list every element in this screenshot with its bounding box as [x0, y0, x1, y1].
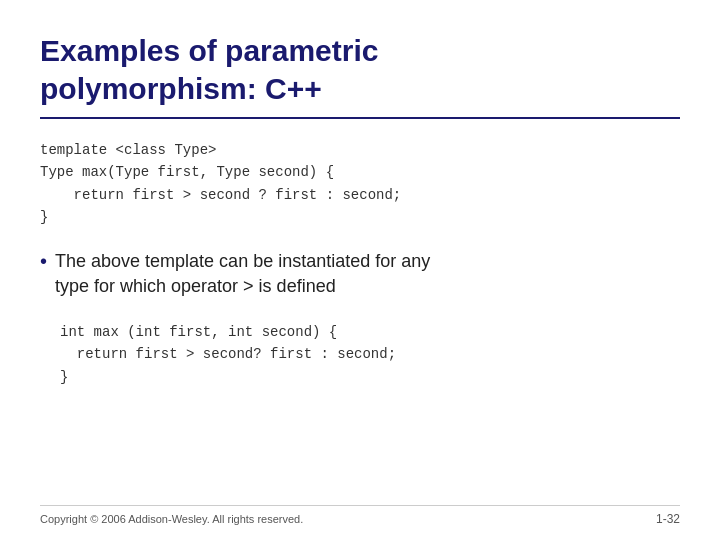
slide-title: Examples of parametric polymorphism: C++	[40, 32, 680, 107]
code-block-1: template <class Type> Type max(Type firs…	[40, 139, 680, 229]
footer-page-number: 1-32	[656, 512, 680, 526]
title-line2: polymorphism: C++	[40, 72, 322, 105]
code-line-4: }	[40, 206, 680, 228]
code-block-2: int max (int first, int second) { return…	[60, 321, 680, 388]
code2-line-1: int max (int first, int second) {	[60, 321, 680, 343]
title-line1: Examples of parametric	[40, 34, 378, 67]
bullet-text: The above template can be instantiated f…	[55, 249, 430, 299]
code-line-1: template <class Type>	[40, 139, 680, 161]
code-line-2: Type max(Type first, Type second) {	[40, 161, 680, 183]
slide-content: template <class Type> Type max(Type firs…	[40, 139, 680, 520]
bullet-line2: type for which operator > is defined	[55, 276, 336, 296]
bullet-icon: •	[40, 250, 47, 273]
code2-line-2: return first > second? first : second;	[60, 343, 680, 365]
bullet-point: • The above template can be instantiated…	[40, 249, 680, 299]
code2-line-3: }	[60, 366, 680, 388]
slide-footer: Copyright © 2006 Addison-Wesley. All rig…	[40, 505, 680, 526]
bullet-line1: The above template can be instantiated f…	[55, 251, 430, 271]
slide: Examples of parametric polymorphism: C++…	[0, 0, 720, 540]
title-block: Examples of parametric polymorphism: C++	[40, 32, 680, 119]
footer-copyright: Copyright © 2006 Addison-Wesley. All rig…	[40, 513, 303, 525]
code-line-3: return first > second ? first : second;	[40, 184, 680, 206]
